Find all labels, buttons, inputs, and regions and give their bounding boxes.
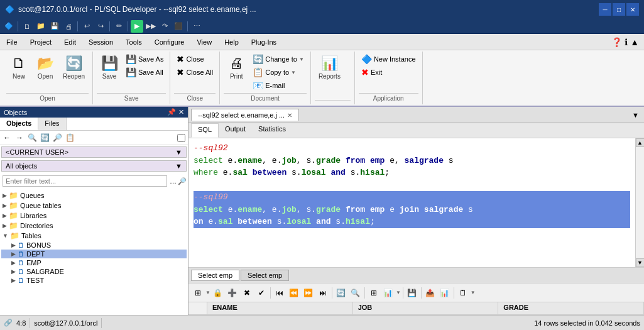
quickbar-save[interactable]: 💾: [48, 20, 61, 33]
email-button[interactable]: 📧 E-mail: [250, 79, 307, 92]
save-button[interactable]: 💾 Save: [97, 53, 122, 82]
objects-checkbox[interactable]: [177, 134, 185, 142]
scroll-up-btn[interactable]: ▲: [636, 138, 645, 147]
menu-configure[interactable]: Configure: [148, 34, 191, 50]
quickbar-debug[interactable]: ▶▶: [145, 20, 157, 33]
minimize-button[interactable]: ─: [599, 3, 611, 16]
print-button[interactable]: 🖨 Print: [224, 53, 249, 82]
open-button[interactable]: 📂 Open: [33, 53, 58, 82]
ribbon-collapse-icon[interactable]: ▲: [630, 37, 639, 47]
res-btn-save[interactable]: 💾: [405, 286, 419, 300]
res-btn-dd1[interactable]: ▼: [205, 290, 210, 295]
copy-btn[interactable]: 📋: [64, 132, 75, 143]
scrollbar-right[interactable]: ▲ ▼: [635, 138, 644, 267]
exit-button[interactable]: ✖ Exit: [359, 66, 418, 79]
filter-options-btn[interactable]: …: [170, 177, 177, 185]
menu-tools[interactable]: Tools: [119, 34, 148, 50]
tab-sql[interactable]: SQL: [191, 123, 219, 138]
scroll-down-btn[interactable]: ▼: [636, 258, 645, 267]
res-btn-next[interactable]: ⏩: [302, 286, 315, 300]
change-to-button[interactable]: 🔄 Change to ▼: [250, 53, 307, 65]
tree-item-queue-tables[interactable]: ▶ 📁 Queue tables: [1, 201, 187, 211]
new-button[interactable]: 🗋 New: [6, 53, 31, 82]
quickbar-stop[interactable]: ⬛: [172, 20, 185, 33]
copy-to-button[interactable]: 📋 Copy to ▼: [250, 66, 307, 79]
doc-tab-active[interactable]: --sql92 select e.ename,e.j ... ✕: [191, 109, 299, 121]
tree-item-directories[interactable]: ▶ 📁 Directories: [1, 221, 187, 231]
menu-session[interactable]: Session: [82, 34, 119, 50]
quickbar-step[interactable]: ↷: [158, 20, 171, 33]
back-btn[interactable]: ←: [1, 132, 13, 143]
res-btn-dd3[interactable]: ▼: [471, 290, 476, 295]
maximize-button[interactable]: □: [613, 3, 625, 16]
res-btn-export[interactable]: 📤: [423, 286, 437, 300]
menu-edit[interactable]: Edit: [58, 34, 82, 50]
tree-item-emp[interactable]: ▶ 🗒 EMP: [1, 258, 187, 267]
save-all-button[interactable]: 💾 Save All: [123, 66, 166, 79]
res-btn-refresh[interactable]: 🔄: [334, 286, 348, 300]
res-btn-table[interactable]: 🗒: [456, 286, 470, 300]
quickbar-undo[interactable]: ↩: [80, 20, 93, 33]
menu-project[interactable]: Project: [24, 34, 58, 50]
quickbar-print[interactable]: 🖨: [62, 20, 75, 33]
ribbon-info-icon[interactable]: ℹ: [625, 37, 628, 47]
quickbar-run[interactable]: ▶: [131, 20, 143, 33]
res-btn-check[interactable]: ✔: [254, 286, 268, 300]
res-btn-del[interactable]: ✖: [240, 286, 254, 300]
tree-item-queues[interactable]: ▶ 📁 Queues: [1, 190, 187, 201]
res-btn-lock[interactable]: ⊞: [191, 286, 205, 300]
res-btn-prev[interactable]: ⏪: [287, 286, 301, 300]
tab-files[interactable]: Files: [38, 118, 66, 130]
doc-tabs-dropdown[interactable]: ▼: [630, 110, 641, 120]
all-objects-dropdown[interactable]: All objects ▼: [1, 160, 187, 172]
filter-input[interactable]: [3, 175, 167, 187]
result-tab-1[interactable]: Select emp: [191, 270, 239, 281]
tree-item-tables[interactable]: ▼ 📁 Tables: [1, 231, 187, 241]
tab-objects[interactable]: Objects: [0, 118, 38, 130]
res-btn-last[interactable]: ⏭: [316, 286, 330, 300]
refresh-btn[interactable]: 🔄: [39, 132, 50, 143]
forward-btn[interactable]: →: [14, 132, 25, 143]
doc-tab-close-btn[interactable]: ✕: [287, 112, 292, 119]
reopen-button[interactable]: 🔄 Reopen: [59, 53, 89, 82]
res-btn-chart[interactable]: 📊: [381, 286, 395, 300]
res-btn-grid[interactable]: ⊞: [367, 286, 381, 300]
close-all-button[interactable]: ✖ Close All: [174, 66, 216, 79]
tree-item-libraries[interactable]: ▶ 📁 Libraries: [1, 211, 187, 221]
new-instance-button[interactable]: 🔷 New Instance: [359, 53, 418, 65]
menu-help[interactable]: Help: [218, 34, 245, 50]
result-tab-2[interactable]: Select emp: [241, 270, 289, 281]
tab-output[interactable]: Output: [219, 123, 252, 138]
res-btn-bar[interactable]: 📊: [438, 286, 452, 300]
menu-file[interactable]: File: [0, 34, 24, 50]
quickbar-open[interactable]: 📁: [35, 20, 47, 33]
res-btn-filter[interactable]: 🔒: [211, 286, 225, 300]
tree-item-test[interactable]: ▶ 🗒 TEST: [1, 276, 187, 285]
res-btn-add[interactable]: ➕: [226, 286, 239, 300]
objects-close-icon[interactable]: ✕: [178, 108, 184, 116]
quickbar-more[interactable]: ⋯: [190, 20, 203, 33]
ribbon-help-icon[interactable]: ❓: [611, 37, 622, 47]
res-btn-dd2[interactable]: ▼: [396, 290, 401, 295]
quickbar-new[interactable]: 🗋: [21, 20, 33, 33]
menu-view[interactable]: View: [190, 34, 218, 50]
menu-plugins[interactable]: Plug-Ins: [245, 34, 283, 50]
titlebar-controls[interactable]: ─ □ ✕: [599, 3, 639, 16]
code-area[interactable]: --sql92 select e.ename, e.job, s.grade f…: [188, 138, 635, 267]
quickbar-compile[interactable]: ✏: [112, 20, 125, 33]
filter-btn[interactable]: 🔎: [52, 132, 63, 143]
close-button[interactable]: ✕: [626, 3, 639, 16]
current-user-dropdown[interactable]: <CURRENT USER> ▼: [1, 146, 187, 158]
res-btn-first[interactable]: ⏮: [273, 286, 287, 300]
res-btn-query[interactable]: 🔍: [349, 286, 363, 300]
tree-item-bonus[interactable]: ▶ 🗒 BONUS: [1, 241, 187, 250]
filter-apply-btn[interactable]: 🔎: [178, 177, 187, 185]
tab-statistics[interactable]: Statistics: [252, 123, 292, 138]
tree-item-salgrade[interactable]: ▶ 🗒 SALGRADE: [1, 267, 187, 276]
objects-pin-icon[interactable]: 📌: [167, 108, 176, 116]
reports-button[interactable]: 📊 Reports: [315, 53, 344, 82]
tree-item-dept[interactable]: ▶ 🗒 DEPT: [1, 250, 187, 258]
search-btn[interactable]: 🔍: [26, 132, 38, 143]
close-button[interactable]: ✖ Close: [174, 53, 216, 65]
save-as-button[interactable]: 💾 Save As: [123, 53, 166, 65]
